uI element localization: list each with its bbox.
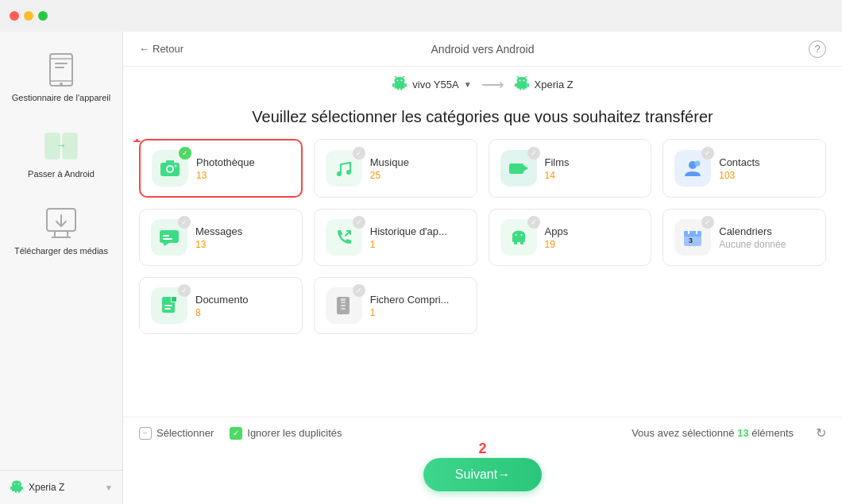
step-1-badge: 1: [133, 139, 141, 146]
next-button[interactable]: Suivant→: [423, 458, 542, 491]
minimize-button[interactable]: [24, 11, 33, 21]
target-device: Xperia Z: [514, 76, 574, 92]
svg-marker-49: [523, 165, 528, 171]
next-area: 2 Suivant→: [123, 448, 842, 504]
contacts-icon-wrap: ✓: [674, 150, 711, 187]
svg-rect-48: [509, 164, 523, 174]
messages-info: Messages 13: [195, 225, 242, 250]
svg-text:→: →: [56, 139, 67, 152]
summary-prefix: Vous avez sélectionné: [632, 427, 734, 439]
ignore-duplicates-option[interactable]: ✓ Ignorer les duplicités: [230, 427, 342, 440]
apps-icon-wrap: ✓: [500, 219, 537, 256]
messages-icon-wrap: ✓: [151, 219, 187, 256]
header-bar: ← Retour Android vers Android ?: [123, 32, 842, 67]
sidebar-item-download-media[interactable]: Télécharger des médias: [0, 193, 122, 269]
back-label: Retour: [153, 43, 183, 55]
contacts-check: ✓: [701, 147, 714, 160]
svg-point-45: [175, 165, 177, 167]
download-media-icon: [44, 206, 79, 240]
fichero-count: 1: [370, 307, 450, 318]
help-button[interactable]: ?: [809, 40, 826, 58]
documento-count: 8: [195, 307, 248, 318]
page-title: Veuillez sélectionner les catégories que…: [123, 102, 842, 139]
sidebar-bottom-chevron[interactable]: ▼: [105, 483, 113, 492]
svg-rect-26: [400, 88, 403, 90]
category-card-musique[interactable]: ✓ Musique 25: [314, 139, 477, 198]
svg-rect-22: [395, 83, 405, 89]
phototheque-info: Photothèque 13: [196, 156, 255, 181]
category-card-documento[interactable]: ✓ Documento 8: [139, 277, 303, 334]
svg-rect-32: [516, 83, 527, 89]
svg-rect-68: [164, 305, 172, 306]
svg-rect-5: [55, 67, 64, 68]
musique-name: Musique: [370, 156, 409, 168]
phototheque-check: ✓: [179, 147, 191, 160]
svg-line-39: [517, 76, 519, 78]
apps-name: Apps: [545, 225, 569, 237]
switch-android-icon: →: [44, 129, 79, 164]
svg-rect-23: [392, 83, 395, 87]
apps-count: 19: [545, 239, 569, 250]
svg-point-46: [337, 171, 342, 176]
svg-line-29: [395, 76, 396, 78]
category-card-apps[interactable]: ✓ Apps 19: [489, 209, 652, 266]
back-arrow-icon: ←: [139, 43, 149, 55]
category-card-contacts[interactable]: ✓ Contacts 103: [662, 139, 826, 198]
device-manager-icon: [44, 52, 79, 87]
films-name: Films: [545, 156, 570, 168]
header-title: Android vers Android: [431, 43, 535, 56]
source-device-selector[interactable]: vivo Y55A ▼: [392, 76, 471, 92]
category-card-fichero[interactable]: ✓ Fichero Compri... 1: [314, 277, 477, 334]
svg-rect-36: [523, 88, 525, 90]
svg-rect-69: [164, 308, 171, 310]
back-button[interactable]: ← Retour: [139, 43, 183, 55]
close-button[interactable]: [10, 11, 19, 21]
calendriers-check: ✓: [701, 216, 714, 229]
documento-check: ✓: [178, 284, 191, 297]
fichero-info: Fichero Compri... 1: [370, 294, 450, 318]
category-card-messages[interactable]: ✓ Messages 13: [139, 209, 303, 266]
films-icon-wrap: ✓: [500, 150, 537, 187]
sidebar: Gestionnaire de l'appareil → Passer à An…: [0, 0, 123, 504]
calendriers-info: Calendriers Aucune donnée: [719, 225, 786, 250]
contacts-icon: [682, 157, 704, 179]
sidebar-item-device-manager[interactable]: Gestionnaire de l'appareil: [0, 40, 122, 116]
svg-point-59: [515, 234, 516, 236]
calendriers-count: Aucune donnée: [719, 239, 786, 250]
document-icon: [158, 294, 180, 317]
sidebar-bottom-device-label: Xperia Z: [29, 482, 100, 493]
svg-rect-74: [341, 308, 346, 310]
contacts-info: Contacts 103: [719, 156, 759, 181]
help-icon: ?: [814, 43, 820, 55]
phototheque-name: Photothèque: [196, 156, 255, 168]
title-bar: [0, 0, 842, 32]
category-card-phototheque[interactable]: 1 ✓ Photothèque 13: [139, 139, 303, 198]
svg-point-27: [397, 80, 399, 82]
svg-point-60: [520, 234, 522, 236]
documento-icon-wrap: ✓: [151, 287, 187, 324]
calendriers-name: Calendriers: [719, 225, 786, 237]
category-card-calendriers[interactable]: 3 ✓ Calendriers Aucune donnée: [662, 209, 826, 266]
camera-icon: [159, 157, 181, 179]
svg-point-47: [346, 170, 351, 175]
sidebar-item-switch-android[interactable]: → Passer à Android: [0, 116, 122, 192]
category-card-films[interactable]: ✓ Films 14: [489, 139, 652, 198]
sidebar-item-download-media-label: Télécharger des médias: [14, 245, 108, 256]
historique-info: Historique d'ap... 1: [370, 225, 447, 250]
category-card-historique[interactable]: ✓ Historique d'ap... 1: [314, 209, 477, 266]
sidebar-bottom-device[interactable]: Xperia Z ▼: [0, 470, 122, 504]
films-info: Films 14: [545, 156, 570, 181]
next-button-label: Suivant→: [455, 467, 510, 482]
svg-point-51: [695, 161, 701, 167]
svg-rect-44: [166, 160, 174, 164]
main-content: ← Retour Android vers Android ? vivo Y55…: [123, 0, 842, 504]
select-all-button[interactable]: − Sélectionner: [139, 427, 214, 440]
musique-check: ✓: [353, 147, 365, 160]
select-all-checkbox: −: [139, 427, 152, 440]
contacts-name: Contacts: [719, 156, 759, 168]
categories-grid: 1 ✓ Photothèque 13: [139, 139, 826, 342]
maximize-button[interactable]: [38, 11, 48, 21]
refresh-button[interactable]: ↻: [816, 425, 826, 441]
select-all-label: Sélectionner: [156, 427, 214, 439]
source-chevron-icon[interactable]: ▼: [464, 80, 472, 89]
